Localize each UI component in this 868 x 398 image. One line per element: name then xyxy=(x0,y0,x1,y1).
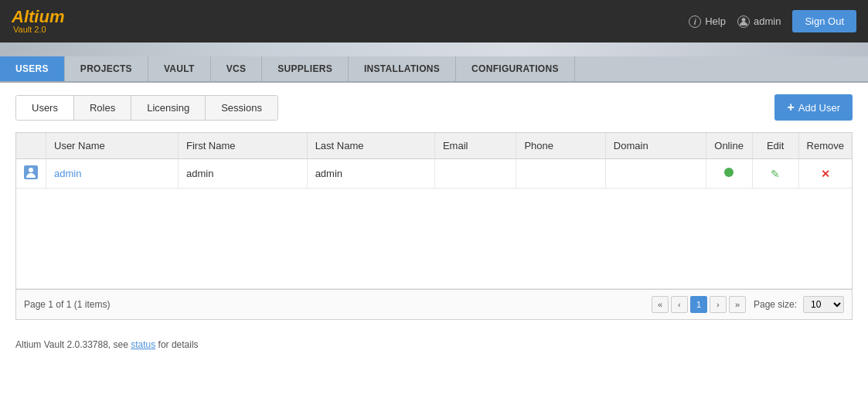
cell-phone xyxy=(516,159,605,189)
nav-tab-installations[interactable]: INSTALLATIONS xyxy=(349,56,456,81)
nav-tabs: USERS PROJECTS VAULT VCS SUPPLIERS INSTA… xyxy=(0,56,868,83)
users-table-container: User Name First Name Last Name Email Pho… xyxy=(15,132,853,320)
tab-licensing[interactable]: Licensing xyxy=(131,96,206,120)
logo-altium: Altium xyxy=(12,9,64,26)
signout-button[interactable]: Sign Out xyxy=(792,10,856,32)
logo: Altium Vault 2.0 xyxy=(12,9,64,34)
help-label: Help xyxy=(705,15,726,27)
header: Altium Vault 2.0 i Help admin Sign Out xyxy=(0,0,868,43)
help-icon: i xyxy=(689,15,701,28)
username-link[interactable]: admin xyxy=(54,168,81,179)
nav-tab-vcs[interactable]: VCS xyxy=(211,56,263,81)
empty-row xyxy=(16,189,852,289)
page-size-select[interactable]: 10 25 50 100 xyxy=(803,296,844,313)
col-header-email: Email xyxy=(434,133,516,159)
admin-label: admin xyxy=(754,15,781,27)
pagination-right: « ‹ 1 › » Page size: 10 25 50 100 xyxy=(652,296,844,313)
tab-roles[interactable]: Roles xyxy=(74,96,131,120)
col-header-lastname: Last Name xyxy=(307,133,434,159)
nav-tab-projects[interactable]: PROJECTS xyxy=(65,56,148,81)
add-user-button[interactable]: + Add User xyxy=(774,94,853,121)
online-indicator xyxy=(724,168,734,177)
col-header-domain: Domain xyxy=(605,133,706,159)
page-last-button[interactable]: » xyxy=(729,296,746,313)
cell-username: admin xyxy=(46,159,179,189)
status-link[interactable]: status xyxy=(131,339,155,350)
col-header-firstname: First Name xyxy=(178,133,307,159)
col-header-edit: Edit xyxy=(752,133,798,159)
page-size-label: Page size: xyxy=(754,299,797,310)
cell-online xyxy=(706,159,752,189)
users-table: User Name First Name Last Name Email Pho… xyxy=(16,133,852,289)
col-header-phone: Phone xyxy=(516,133,605,159)
tab-users[interactable]: Users xyxy=(16,96,74,120)
cell-edit[interactable]: ✎ xyxy=(752,159,798,189)
sub-tabs: Users Roles Licensing Sessions xyxy=(15,95,278,121)
cell-lastname: admin xyxy=(307,159,434,189)
nav-tab-suppliers[interactable]: SUPPLIERS xyxy=(262,56,349,81)
page-first-button[interactable]: « xyxy=(652,296,669,313)
admin-button[interactable]: admin xyxy=(737,15,781,28)
user-avatar-cell xyxy=(16,159,46,189)
page-prev-button[interactable]: ‹ xyxy=(671,296,688,313)
cell-firstname: admin xyxy=(178,159,307,189)
cell-domain xyxy=(605,159,706,189)
nav-tab-users[interactable]: USERS xyxy=(0,56,65,81)
add-user-label: Add User xyxy=(798,102,840,114)
header-right: i Help admin Sign Out xyxy=(689,10,856,32)
svg-point-0 xyxy=(741,18,745,22)
table-header-row: User Name First Name Last Name Email Pho… xyxy=(16,133,852,159)
svg-point-2 xyxy=(29,168,33,172)
nav-tab-configurations[interactable]: CONFIGURATIONS xyxy=(456,56,575,81)
col-header-username: User Name xyxy=(46,133,179,159)
footer-text: Altium Vault 2.0.33788, see xyxy=(15,339,131,350)
table-row: admin admin admin ✎ ✕ xyxy=(16,159,852,189)
col-header-online: Online xyxy=(706,133,752,159)
edit-icon[interactable]: ✎ xyxy=(771,168,780,180)
add-icon: + xyxy=(787,100,794,114)
page-next-button[interactable]: › xyxy=(710,296,727,313)
pagination-info: Page 1 of 1 (1 items) xyxy=(24,299,110,310)
banner xyxy=(0,43,868,56)
footer: Altium Vault 2.0.33788, see status for d… xyxy=(0,332,868,358)
pagination-row: Page 1 of 1 (1 items) « ‹ 1 › » Page siz… xyxy=(16,289,852,319)
tab-sessions[interactable]: Sessions xyxy=(206,96,277,120)
logo-vault: Vault 2.0 xyxy=(13,26,64,34)
cell-remove[interactable]: ✕ xyxy=(798,159,852,189)
help-button[interactable]: i Help xyxy=(689,15,726,28)
main-content: Users Roles Licensing Sessions + Add Use… xyxy=(0,83,868,332)
footer-text-end: for details xyxy=(155,339,198,350)
page-1-button[interactable]: 1 xyxy=(690,296,707,313)
person-icon xyxy=(737,15,750,28)
page-size-row: Page size: 10 25 50 100 xyxy=(754,296,844,313)
col-header-remove: Remove xyxy=(798,133,852,159)
cell-email xyxy=(434,159,516,189)
pagination-controls: « ‹ 1 › » xyxy=(652,296,746,313)
user-admin-icon xyxy=(24,165,38,179)
sub-tabs-row: Users Roles Licensing Sessions + Add Use… xyxy=(15,94,853,121)
col-header-icon xyxy=(16,133,46,159)
nav-tab-vault[interactable]: VAULT xyxy=(148,56,211,81)
remove-icon[interactable]: ✕ xyxy=(821,168,830,180)
